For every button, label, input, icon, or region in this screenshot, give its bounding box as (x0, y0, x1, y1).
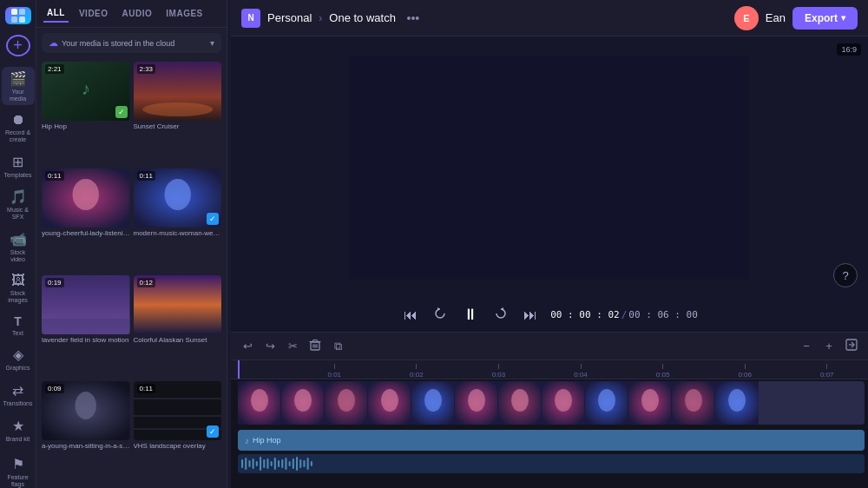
question-mark-icon: ? (842, 269, 848, 282)
svg-rect-3 (19, 16, 25, 23)
list-item[interactable]: 2:33 Sunset Cruiser (134, 62, 222, 165)
total-time: 00 : 06 : 00 (628, 309, 697, 320)
timeline-toolbar: ↩ ↪ ✂ (231, 333, 868, 360)
fit-button[interactable] (842, 337, 861, 356)
list-item[interactable]: 0:11 ✓ VHS landscape overlay (134, 381, 222, 485)
skip-back-button[interactable]: ⏮ (401, 305, 420, 326)
check-icon: ✓ (207, 425, 219, 438)
tab-images[interactable]: IMAGES (162, 5, 206, 22)
audio-track-hip-hop[interactable]: ♪ Hip Hop (234, 430, 868, 452)
topbar: N Personal › One to watch ••• E Ean Expo… (231, 0, 868, 36)
export-button[interactable]: Export ▾ (792, 7, 858, 30)
ruler-marks: 0:01 0:02 0:03 0:04 0:05 0:06 0:07 (238, 360, 868, 379)
help-button[interactable]: ? (833, 263, 858, 287)
ruler-mark-3: 0:03 (457, 364, 540, 379)
aspect-ratio-badge: 16:9 (837, 43, 861, 56)
sidebar-item-text[interactable]: T Text (2, 311, 35, 340)
timecode: 00 : 00 : 02 / 00 : 06 : 00 (550, 309, 698, 320)
project-badge: N (241, 9, 260, 28)
check-icon: ✓ (207, 213, 219, 225)
svg-point-39 (424, 389, 442, 412)
media-grid: ♪ 2:21 ✓ Hip Hop (36, 58, 227, 488)
list-item[interactable]: 0:11 ✓ modern-music-woman-wearing-... (134, 168, 222, 272)
graphics-icon: ◈ (13, 346, 23, 363)
stock-images-icon: 🖼 (11, 273, 25, 288)
svg-rect-60 (263, 459, 265, 468)
sidebar-item-graphics[interactable]: ◈ Graphics (2, 343, 35, 375)
text-icon: T (14, 314, 22, 328)
undo-button[interactable]: ↩ (238, 337, 257, 356)
rewind-button[interactable] (431, 304, 450, 326)
play-pause-button[interactable]: ⏸ (460, 303, 481, 326)
transitions-icon: ⇄ (12, 382, 23, 399)
templates-icon: ⊞ (12, 154, 23, 170)
ruler-mark-2: 0:02 (376, 364, 458, 379)
media-panel: ALL VIDEO AUDIO IMAGES ☁ Your media is s… (36, 0, 227, 488)
svg-rect-55 (245, 458, 247, 470)
sidebar-item-music-sfx[interactable]: 🎵 Music & SFX (2, 185, 35, 223)
svg-point-16 (76, 392, 96, 419)
playback-controls: ⏮ ⏸ ⏭ 00 : 00 : 02 (231, 298, 868, 332)
tab-video[interactable]: VIDEO (76, 5, 112, 22)
audio-track-waveform[interactable] (234, 454, 868, 477)
zoom-controls: − + (797, 337, 861, 356)
redo-button[interactable]: ↪ (260, 337, 279, 356)
ruler-mark-1: 0:01 (293, 364, 376, 379)
tab-audio[interactable]: AUDIO (119, 5, 156, 22)
list-item[interactable]: 0:19 lavender field in slow motion (42, 275, 130, 379)
sidebar-item-brand-kit[interactable]: ★ Brand kit (2, 414, 35, 446)
zoom-in-button[interactable]: + (819, 337, 838, 356)
svg-rect-59 (260, 457, 261, 471)
timeline: ↩ ↪ ✂ (231, 332, 868, 488)
sidebar-item-record-create[interactable]: ⏺ Record &create (2, 109, 35, 146)
list-item[interactable]: 0:09 a-young-man-sitting-in-a-studio-... (42, 381, 130, 485)
svg-point-31 (251, 389, 268, 412)
cloud-banner[interactable]: ☁ Your media is stored in the cloud ▾ (42, 33, 221, 53)
svg-point-53 (728, 389, 746, 412)
sidebar-item-feature-flags[interactable]: ⚑ Feature flags (2, 452, 35, 488)
delete-button[interactable] (306, 337, 325, 356)
copy-button[interactable]: ⧉ (328, 337, 347, 356)
list-item[interactable]: 0:12 Colorful Alaskan Sunset (134, 275, 222, 379)
sidebar-item-stock-images[interactable]: 🖼 Stock images (2, 269, 35, 307)
sidebar-item-stock-video[interactable]: 📹 Stock video (2, 228, 35, 266)
svg-point-47 (598, 389, 615, 412)
project-name[interactable]: Personal (267, 11, 312, 24)
svg-point-49 (641, 389, 659, 412)
video-track[interactable] (234, 379, 868, 428)
more-options-button[interactable]: ••• (403, 8, 424, 29)
svg-point-45 (555, 389, 572, 412)
brand-kit-icon: ★ (12, 418, 24, 434)
svg-point-11 (164, 179, 190, 210)
ruler-mark-7: 0:07 (786, 364, 868, 379)
stock-video-icon: 📹 (10, 231, 27, 247)
timeline-ruler: 0:01 0:02 0:03 0:04 0:05 0:06 0:07 (231, 360, 868, 379)
cut-button[interactable]: ✂ (283, 337, 302, 356)
sidebar-item-templates[interactable]: ⊞ Templates (2, 150, 35, 182)
fast-forward-button[interactable] (491, 304, 510, 326)
main-content: N Personal › One to watch ••• E Ean Expo… (231, 0, 868, 488)
list-item[interactable]: ♪ 2:21 ✓ Hip Hop (42, 62, 130, 165)
sidebar-item-your-media[interactable]: 🎬 Your media (2, 67, 35, 105)
project-title[interactable]: One to watch (329, 11, 396, 24)
music-note-icon: ♪ (245, 436, 249, 445)
svg-rect-73 (311, 461, 312, 466)
svg-rect-27 (313, 340, 318, 342)
svg-rect-65 (281, 459, 283, 468)
svg-rect-64 (278, 460, 279, 467)
tab-all[interactable]: ALL (43, 4, 69, 23)
undo-icon: ↩ (243, 340, 253, 353)
music-icon: 🎵 (10, 188, 27, 205)
svg-point-35 (338, 389, 355, 412)
svg-rect-72 (307, 458, 309, 470)
skip-forward-button[interactable]: ⏭ (521, 305, 540, 326)
svg-point-7 (142, 102, 213, 116)
zoom-out-button[interactable]: − (797, 337, 816, 356)
sidebar-item-transitions[interactable]: ⇄ Transitions (2, 379, 35, 411)
pause-icon: ⏸ (463, 306, 478, 324)
app-logo[interactable] (5, 7, 31, 24)
svg-rect-21 (350, 56, 749, 280)
add-media-button[interactable]: + (6, 35, 30, 56)
timeline-tracks: ♪ Hip Hop (231, 379, 868, 488)
list-item[interactable]: 0:11 young-cheerful-lady-listening-to... (42, 168, 130, 272)
